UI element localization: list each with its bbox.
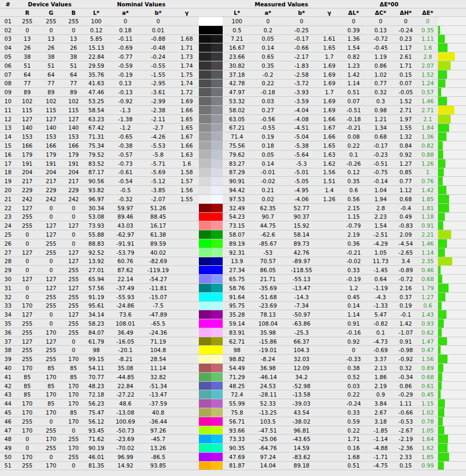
delta-l-value: 0.82 — [340, 52, 367, 61]
device-r-value: 0 — [16, 257, 39, 266]
patch-row: 38255255098-20.1104.898-19.01104.30-0.69… — [0, 345, 466, 354]
device-r-value: 170 — [16, 426, 39, 435]
delta-e-value: 0.76 — [417, 177, 438, 185]
measured-color-half — [211, 26, 223, 34]
color-swatch — [199, 177, 223, 185]
nominal-color-half — [199, 124, 211, 132]
delta-e-bar — [438, 435, 448, 443]
measured-a-value: -35.69 — [251, 284, 285, 292]
row-number: 32 — [0, 293, 16, 301]
delta-c-value: -0.14 — [367, 177, 394, 185]
device-r-value: 26 — [16, 43, 39, 52]
delta-e-bar — [438, 159, 445, 168]
measured-b-value: -3.59 — [285, 97, 318, 105]
delta-h-value: -0.1 — [394, 310, 417, 319]
nominal-gamma-value — [175, 248, 199, 257]
measured-color-half — [211, 275, 223, 283]
device-b-value: 64 — [63, 70, 84, 79]
nominal-color-half — [199, 310, 211, 319]
delta-h-value: -0.4 — [394, 204, 417, 212]
delta-c-value: 2.67 — [367, 408, 394, 417]
nominal-color-half — [199, 61, 211, 70]
measured-gamma-value: 1.69 — [318, 61, 340, 70]
nominal-a-value: -0.54 — [109, 177, 142, 185]
delta-l-value: -0.16 — [340, 328, 367, 337]
delta-e-bar — [438, 319, 444, 328]
delta-e-value: 2.8 — [417, 52, 438, 61]
patch-row: 40170858554.1135.0811.1454.4936.9812.090… — [0, 363, 466, 372]
delta-e-bar — [438, 70, 447, 79]
delta-e-value: 1.62 — [417, 444, 438, 452]
device-b-value: 170 — [63, 390, 84, 399]
measured-a-value: -0.56 — [251, 115, 285, 123]
color-swatch — [199, 453, 223, 461]
nominal-color-half — [199, 115, 211, 123]
measured-b-value: -0.66 — [285, 43, 318, 52]
device-g-value: 0 — [39, 257, 63, 266]
color-swatch — [199, 79, 223, 88]
delta-e-bar — [438, 35, 445, 43]
color-swatch — [199, 213, 223, 221]
delta-l-value: -0.21 — [340, 124, 367, 132]
delta-l-value: 1.15 — [340, 213, 367, 221]
delta-e-value: 1.52 — [417, 70, 438, 79]
nominal-a-value: 22.14 — [109, 275, 142, 283]
row-number: 23 — [0, 213, 16, 221]
delta-h-value: 3.4 — [394, 257, 417, 266]
nominal-a-value: -0.73 — [109, 159, 142, 168]
row-number: 07 — [0, 70, 16, 79]
measured-color-half — [211, 52, 223, 61]
delta-e-bar-cell — [438, 426, 466, 435]
delta-l-value: 1.23 — [340, 61, 367, 70]
delta-e-bar — [438, 52, 455, 61]
delta-c-value: 0.3 — [367, 97, 394, 105]
delta-e-value: 1.42 — [417, 186, 438, 194]
measured-l-value: 16.67 — [223, 43, 251, 52]
measured-gamma-value — [318, 417, 340, 426]
delta-h-value: 1.52 — [394, 97, 417, 105]
device-r-value: 170 — [16, 399, 39, 408]
delta-e-value: 0.62 — [417, 328, 438, 337]
col-header-g: G — [39, 8, 63, 16]
nominal-gamma-value — [175, 17, 199, 25]
nominal-a-value: 0.13 — [109, 79, 142, 88]
delta-e-bar-cell — [438, 230, 466, 239]
measured-gamma-value: 1.51 — [318, 177, 340, 185]
measured-a-value: -47.51 — [251, 426, 285, 435]
nominal-gamma-value — [175, 444, 199, 452]
delta-h-value: 1.97 — [394, 115, 417, 123]
row-number: 34 — [0, 310, 16, 319]
nominal-gamma-value — [175, 382, 199, 390]
device-b-value: 0 — [63, 230, 84, 239]
patch-row: 451701708575.47-13.0840.875.8-13.2543.54… — [0, 408, 466, 417]
measured-b-value: 89.18 — [285, 462, 318, 470]
nominal-a-value: 96.99 — [109, 453, 142, 461]
nominal-gamma-value: 1.65 — [175, 124, 199, 132]
nominal-l-value: 58.54 — [84, 106, 109, 114]
delta-e-bar-cell — [438, 399, 466, 408]
color-swatch — [199, 382, 223, 390]
nominal-gamma-value: 1.63 — [175, 150, 199, 159]
measured-b-value: -7.34 — [285, 302, 318, 310]
measured-color-half — [211, 346, 223, 354]
measured-color-half — [211, 17, 223, 25]
nominal-l-value: 0.12 — [84, 26, 109, 34]
nominal-color-half — [199, 35, 211, 43]
measured-b-value: -0.25 — [285, 26, 318, 34]
delta-e-bar-cell — [438, 52, 466, 61]
delta-h-value: 1.71 — [394, 61, 417, 70]
color-swatch — [199, 97, 223, 105]
device-b-value: 115 — [63, 106, 84, 114]
nominal-a-value: -8.21 — [109, 355, 142, 363]
nominal-gamma-value: 1.66 — [175, 141, 199, 150]
delta-e-bar-cell — [438, 88, 466, 96]
delta-e-value: 1 — [417, 168, 438, 177]
device-b-value: 255 — [63, 328, 84, 337]
device-r-value: 13 — [16, 35, 39, 43]
row-number: 02 — [0, 26, 16, 34]
color-swatch — [199, 141, 223, 150]
delta-e-value: 0.89 — [417, 364, 438, 372]
nominal-color-half — [199, 346, 211, 354]
measured-gamma-value — [318, 284, 340, 292]
delta-e-bar-cell — [438, 435, 466, 443]
